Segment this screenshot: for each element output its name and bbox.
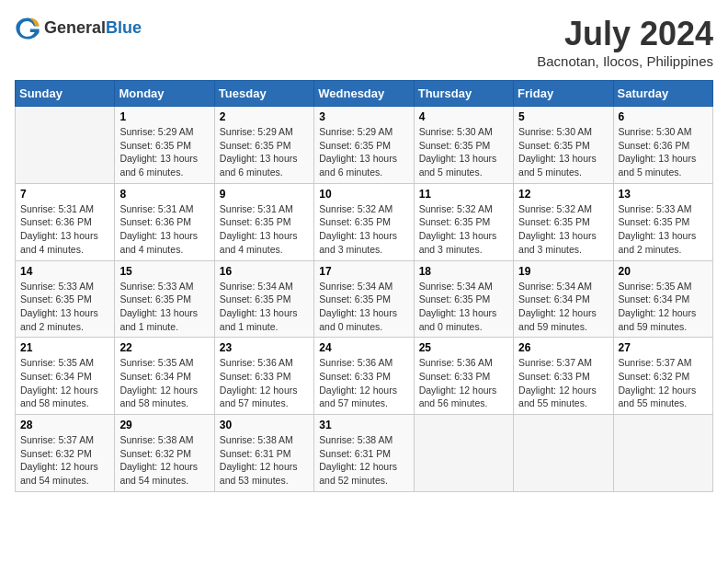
logo-general: General (44, 18, 106, 37)
logo-text: GeneralBlue (44, 18, 142, 38)
calendar-cell: 15Sunrise: 5:33 AM Sunset: 6:35 PM Dayli… (115, 260, 214, 338)
day-number: 31 (319, 419, 408, 431)
day-info: Sunrise: 5:29 AM Sunset: 6:35 PM Dayligh… (119, 125, 209, 179)
calendar-cell (514, 415, 613, 492)
day-number: 1 (119, 110, 209, 123)
weekday-header-tuesday: Tuesday (214, 81, 313, 107)
day-number: 28 (20, 419, 109, 431)
day-info: Sunrise: 5:31 AM Sunset: 6:35 PM Dayligh… (220, 202, 309, 257)
day-info: Sunrise: 5:31 AM Sunset: 6:36 PM Dayligh… (119, 202, 209, 257)
day-info: Sunrise: 5:32 AM Sunset: 6:35 PM Dayligh… (319, 202, 408, 257)
day-number: 3 (319, 110, 408, 123)
day-number: 30 (220, 419, 309, 431)
day-info: Sunrise: 5:36 AM Sunset: 6:33 PM Dayligh… (220, 356, 309, 410)
day-info: Sunrise: 5:32 AM Sunset: 6:35 PM Dayligh… (419, 202, 508, 257)
calendar-cell: 26Sunrise: 5:37 AM Sunset: 6:33 PM Dayli… (514, 338, 613, 415)
day-number: 27 (619, 341, 708, 354)
calendar-cell: 27Sunrise: 5:37 AM Sunset: 6:32 PM Dayli… (613, 338, 712, 415)
calendar-cell: 31Sunrise: 5:38 AM Sunset: 6:31 PM Dayli… (314, 415, 414, 492)
day-number: 2 (220, 110, 309, 123)
day-info: Sunrise: 5:33 AM Sunset: 6:35 PM Dayligh… (119, 280, 209, 334)
calendar-cell (613, 415, 712, 492)
day-info: Sunrise: 5:35 AM Sunset: 6:34 PM Dayligh… (119, 356, 209, 410)
day-info: Sunrise: 5:30 AM Sunset: 6:35 PM Dayligh… (518, 125, 608, 179)
calendar-cell: 14Sunrise: 5:33 AM Sunset: 6:35 PM Dayli… (16, 260, 115, 338)
calendar-body: 1Sunrise: 5:29 AM Sunset: 6:35 PM Daylig… (16, 107, 713, 492)
day-number: 17 (319, 265, 408, 278)
day-info: Sunrise: 5:35 AM Sunset: 6:34 PM Dayligh… (20, 356, 109, 410)
day-info: Sunrise: 5:29 AM Sunset: 6:35 PM Dayligh… (220, 125, 309, 179)
day-number: 19 (518, 265, 608, 278)
calendar-cell: 28Sunrise: 5:37 AM Sunset: 6:32 PM Dayli… (16, 415, 115, 492)
calendar-cell: 24Sunrise: 5:36 AM Sunset: 6:33 PM Dayli… (314, 338, 414, 415)
title-block: July 2024 Bacnotan, Ilocos, Philippines (537, 15, 713, 69)
day-number: 7 (20, 188, 109, 201)
calendar-cell: 20Sunrise: 5:35 AM Sunset: 6:34 PM Dayli… (613, 260, 712, 338)
day-info: Sunrise: 5:34 AM Sunset: 6:35 PM Dayligh… (319, 280, 408, 334)
day-info: Sunrise: 5:37 AM Sunset: 6:33 PM Dayligh… (518, 356, 608, 410)
day-number: 23 (220, 341, 309, 354)
day-info: Sunrise: 5:31 AM Sunset: 6:36 PM Dayligh… (20, 202, 109, 257)
logo-icon (15, 15, 40, 40)
day-number: 14 (20, 265, 109, 278)
day-number: 9 (220, 188, 309, 201)
calendar-week-1: 1Sunrise: 5:29 AM Sunset: 6:35 PM Daylig… (16, 107, 713, 184)
weekday-header-thursday: Thursday (414, 81, 513, 107)
calendar-cell: 17Sunrise: 5:34 AM Sunset: 6:35 PM Dayli… (314, 260, 414, 338)
calendar-cell: 25Sunrise: 5:36 AM Sunset: 6:33 PM Dayli… (414, 338, 513, 415)
day-number: 25 (419, 341, 508, 354)
day-info: Sunrise: 5:32 AM Sunset: 6:35 PM Dayligh… (518, 202, 608, 257)
day-number: 24 (319, 341, 408, 354)
calendar-week-2: 7Sunrise: 5:31 AM Sunset: 6:36 PM Daylig… (16, 183, 713, 260)
day-info: Sunrise: 5:34 AM Sunset: 6:34 PM Dayligh… (518, 280, 608, 334)
weekday-header-row: SundayMondayTuesdayWednesdayThursdayFrid… (16, 81, 713, 107)
calendar-cell: 1Sunrise: 5:29 AM Sunset: 6:35 PM Daylig… (115, 107, 214, 184)
calendar-cell: 3Sunrise: 5:29 AM Sunset: 6:35 PM Daylig… (314, 107, 414, 184)
day-number: 18 (419, 265, 508, 278)
calendar-cell: 16Sunrise: 5:34 AM Sunset: 6:35 PM Dayli… (214, 260, 313, 338)
day-info: Sunrise: 5:36 AM Sunset: 6:33 PM Dayligh… (419, 356, 508, 410)
day-info: Sunrise: 5:37 AM Sunset: 6:32 PM Dayligh… (20, 433, 109, 488)
day-info: Sunrise: 5:35 AM Sunset: 6:34 PM Dayligh… (619, 280, 708, 334)
day-number: 21 (20, 341, 109, 354)
calendar-cell: 22Sunrise: 5:35 AM Sunset: 6:34 PM Dayli… (115, 338, 214, 415)
day-info: Sunrise: 5:36 AM Sunset: 6:33 PM Dayligh… (319, 356, 408, 410)
day-info: Sunrise: 5:38 AM Sunset: 6:31 PM Dayligh… (319, 433, 408, 488)
calendar-cell: 10Sunrise: 5:32 AM Sunset: 6:35 PM Dayli… (314, 183, 414, 260)
day-info: Sunrise: 5:37 AM Sunset: 6:32 PM Dayligh… (619, 356, 708, 410)
day-info: Sunrise: 5:30 AM Sunset: 6:35 PM Dayligh… (419, 125, 508, 179)
calendar-cell: 8Sunrise: 5:31 AM Sunset: 6:36 PM Daylig… (115, 183, 214, 260)
calendar-cell: 30Sunrise: 5:38 AM Sunset: 6:31 PM Dayli… (214, 415, 313, 492)
day-number: 22 (119, 341, 209, 354)
calendar-cell (16, 107, 115, 184)
day-info: Sunrise: 5:33 AM Sunset: 6:35 PM Dayligh… (20, 280, 109, 334)
weekday-header-friday: Friday (514, 81, 613, 107)
day-info: Sunrise: 5:34 AM Sunset: 6:35 PM Dayligh… (220, 280, 309, 334)
day-info: Sunrise: 5:29 AM Sunset: 6:35 PM Dayligh… (319, 125, 408, 179)
logo-blue: Blue (106, 18, 142, 37)
weekday-header-sunday: Sunday (16, 81, 115, 107)
day-number: 29 (119, 419, 209, 431)
day-number: 10 (319, 188, 408, 201)
calendar-cell: 13Sunrise: 5:33 AM Sunset: 6:35 PM Dayli… (613, 183, 712, 260)
calendar-header: SundayMondayTuesdayWednesdayThursdayFrid… (16, 81, 713, 107)
day-number: 5 (518, 110, 608, 123)
day-number: 11 (419, 188, 508, 201)
calendar-cell: 19Sunrise: 5:34 AM Sunset: 6:34 PM Dayli… (514, 260, 613, 338)
day-number: 26 (518, 341, 608, 354)
day-info: Sunrise: 5:38 AM Sunset: 6:31 PM Dayligh… (220, 433, 309, 488)
day-number: 20 (619, 265, 708, 278)
page-header: GeneralBlue July 2024 Bacnotan, Ilocos, … (15, 15, 713, 69)
day-info: Sunrise: 5:33 AM Sunset: 6:35 PM Dayligh… (619, 202, 708, 257)
calendar-week-4: 21Sunrise: 5:35 AM Sunset: 6:34 PM Dayli… (16, 338, 713, 415)
day-number: 4 (419, 110, 508, 123)
calendar-cell: 6Sunrise: 5:30 AM Sunset: 6:36 PM Daylig… (613, 107, 712, 184)
weekday-header-saturday: Saturday (613, 81, 712, 107)
month-year: July 2024 (537, 15, 713, 53)
day-number: 13 (619, 188, 708, 201)
day-info: Sunrise: 5:30 AM Sunset: 6:36 PM Dayligh… (619, 125, 708, 179)
day-number: 12 (518, 188, 608, 201)
logo: GeneralBlue (15, 15, 142, 40)
day-number: 15 (119, 265, 209, 278)
calendar-cell: 29Sunrise: 5:38 AM Sunset: 6:32 PM Dayli… (115, 415, 214, 492)
